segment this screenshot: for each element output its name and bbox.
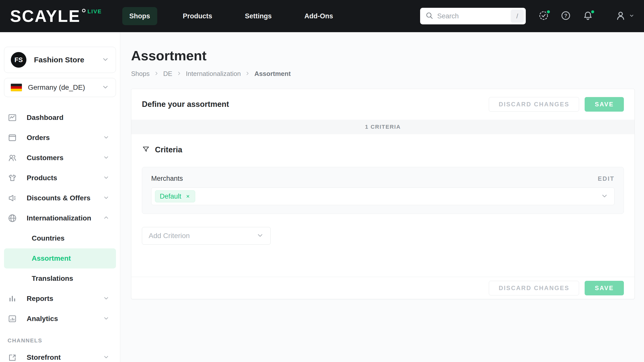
chevron-down-icon <box>103 354 113 361</box>
topbar: SCAYLE LIVE Shops Products Settings Add-… <box>0 0 644 32</box>
chevron-right-icon <box>154 71 159 77</box>
search-input[interactable] <box>437 12 511 20</box>
add-criterion-placeholder: Add Criterion <box>149 232 190 240</box>
save-button[interactable]: SAVE <box>585 97 624 112</box>
profile-menu-button[interactable] <box>615 10 635 22</box>
panel-header-actions: DISCARD CHANGES SAVE <box>489 97 624 112</box>
nav-label: Settings <box>245 12 272 20</box>
chevron-right-icon <box>245 71 250 77</box>
help-button[interactable]: ? <box>560 10 572 22</box>
panel-body: Criteria Merchants EDIT Default <box>131 134 634 245</box>
sidebar-subitem-translations[interactable]: Translations <box>4 268 116 289</box>
shop-avatar: FS <box>11 52 26 68</box>
scayle-logo[interactable]: SCAYLE LIVE <box>0 7 111 25</box>
topbar-icons: ? <box>538 10 635 22</box>
add-criterion-select[interactable]: Add Criterion <box>142 227 271 245</box>
sidebar-item-analytics[interactable]: Analytics <box>4 309 116 329</box>
shop-selector[interactable]: FS Fashion Store <box>4 47 116 73</box>
global-search[interactable]: / <box>420 8 526 24</box>
notifications-indicator-dot <box>590 9 595 14</box>
sidebar-item-orders[interactable]: Orders <box>4 128 116 148</box>
germany-flag-icon <box>11 84 22 91</box>
search-shortcut-key: / <box>511 10 524 23</box>
storefront-icon <box>7 352 18 362</box>
edit-button[interactable]: EDIT <box>598 175 615 182</box>
breadcrumb-internationalization[interactable]: Internationalization <box>186 70 241 78</box>
nav-products[interactable]: Products <box>176 7 219 25</box>
filter-icon <box>142 145 150 154</box>
chevron-down-icon <box>103 295 113 302</box>
nav-shops[interactable]: Shops <box>122 7 157 25</box>
channels-section-heading: CHANNELS <box>4 329 116 347</box>
chevron-down-icon <box>601 192 608 201</box>
breadcrumb: Shops DE Internationalization Assortment <box>131 70 635 78</box>
criteria-section-title: Criteria <box>155 145 182 154</box>
sidebar-subitem-label: Assortment <box>32 254 71 262</box>
sidebar-item-customers[interactable]: Customers <box>4 148 116 168</box>
sidebar-item-storefront[interactable]: Storefront <box>4 347 116 362</box>
locale-selector[interactable]: Germany (de_DE) <box>4 78 116 97</box>
logo-ring-icon <box>82 9 86 12</box>
sidebar-subitem-label: Countries <box>32 234 65 242</box>
logo-text: SCAYLE <box>10 7 80 25</box>
breadcrumb-assortment: Assortment <box>254 70 291 78</box>
sidebar-item-reports[interactable]: Reports <box>4 289 116 309</box>
chevron-down-icon <box>103 174 113 182</box>
main-content: Assortment Shops DE Internationalization… <box>120 32 644 362</box>
locale-name: Germany (de_DE) <box>28 83 85 92</box>
discard-changes-button[interactable]: DISCARD CHANGES <box>489 281 579 295</box>
criteria-section-header: Criteria <box>142 145 624 154</box>
reports-icon <box>7 294 18 304</box>
nav-settings[interactable]: Settings <box>238 7 279 25</box>
chevron-down-icon <box>628 12 635 20</box>
top-nav: Shops Products Settings Add-Ons <box>122 7 340 25</box>
sidebar: FS Fashion Store Germany (de_DE) Dashboa… <box>0 32 120 362</box>
criterion-header: Merchants EDIT <box>151 175 615 183</box>
products-icon <box>7 173 18 183</box>
chevron-down-icon <box>103 154 113 162</box>
criterion-merchants: Merchants EDIT Default <box>142 167 624 214</box>
panel-title: Define your assortment <box>142 100 229 109</box>
sidebar-item-internationalization[interactable]: Internationalization <box>4 208 116 228</box>
chevron-down-icon <box>103 194 113 202</box>
user-icon <box>615 10 626 22</box>
remove-tag-icon[interactable] <box>185 194 190 199</box>
nav-add-ons[interactable]: Add-Ons <box>297 7 340 25</box>
chevron-up-icon <box>103 214 113 222</box>
discard-changes-button[interactable]: DISCARD CHANGES <box>489 97 579 112</box>
nav-label: Products <box>183 12 212 20</box>
sidebar-item-discounts-offers[interactable]: Discounts & Offers <box>4 188 116 208</box>
search-icon <box>425 11 434 21</box>
sidebar-subitem-label: Translations <box>32 275 73 283</box>
save-button[interactable]: SAVE <box>585 281 624 295</box>
help-icon: ? <box>560 10 571 22</box>
page-title: Assortment <box>131 48 635 63</box>
megaphone-icon <box>7 193 18 203</box>
criterion-label: Merchants <box>151 175 183 183</box>
status-button[interactable] <box>538 10 549 22</box>
breadcrumb-shops[interactable]: Shops <box>131 70 150 78</box>
chevron-down-icon <box>103 315 113 323</box>
sidebar-subitem-assortment[interactable]: Assortment <box>4 248 116 268</box>
chevron-down-icon <box>256 232 264 240</box>
sidebar-item-label: Internationalization <box>27 214 91 222</box>
sidebar-subitem-countries[interactable]: Countries <box>4 228 116 248</box>
customers-icon <box>7 153 18 163</box>
sidebar-item-dashboard[interactable]: Dashboard <box>4 108 116 128</box>
sidebar-item-label: Discounts & Offers <box>27 194 91 202</box>
chevron-down-icon <box>103 134 113 142</box>
sidebar-item-products[interactable]: Products <box>4 168 116 188</box>
live-badge: LIVE <box>88 8 102 15</box>
globe-icon <box>7 213 18 223</box>
sidebar-item-label: Analytics <box>27 315 58 323</box>
sidebar-menu: Dashboard Orders Custome <box>4 108 116 362</box>
analytics-icon <box>7 314 18 324</box>
breadcrumb-de[interactable]: DE <box>163 70 172 78</box>
sidebar-item-label: Reports <box>27 295 53 303</box>
nav-label: Add-Ons <box>304 12 333 20</box>
sidebar-item-label: Products <box>27 174 57 182</box>
merchant-tag: Default <box>155 190 195 202</box>
panel-footer: DISCARD CHANGES SAVE <box>131 277 634 299</box>
merchants-select[interactable]: Default <box>151 188 615 205</box>
notifications-button[interactable] <box>582 10 594 22</box>
